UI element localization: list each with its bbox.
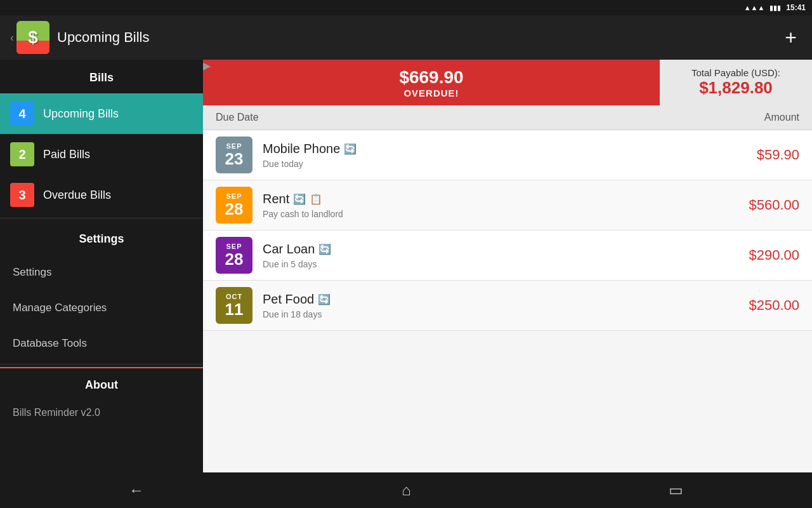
sidebar-badge-2: 3 (10, 183, 34, 207)
bill-month-2: SEP (226, 243, 242, 250)
due-date-col-header: Due Date (216, 112, 259, 123)
bill-icon: 📋 (310, 193, 322, 205)
bill-name-row-1: Rent 🔄📋 (263, 192, 749, 206)
bill-amount-2: $290.00 (749, 247, 799, 264)
bill-amount-0: $59.90 (757, 147, 799, 163)
status-time: 15:41 (786, 3, 806, 12)
recent-nav-button[interactable]: ▭ (653, 476, 698, 504)
overdue-amount: $669.90 (399, 67, 463, 88)
bill-name-row-3: Pet Food 🔄 (263, 292, 749, 307)
table-header: Due Date Amount (203, 105, 812, 130)
sidebar-settings-item-1[interactable]: Manage Categories (0, 290, 203, 326)
bill-amount-3: $250.00 (749, 297, 799, 314)
bill-icon: 🔄 (293, 193, 306, 205)
bill-date-badge-3: OCT 11 (216, 287, 252, 324)
bill-row-0[interactable]: SEP 23 Mobile Phone 🔄 Due today $59.90 (203, 130, 812, 180)
back-nav-button[interactable]: ← (114, 476, 159, 504)
bill-info-0: Mobile Phone 🔄 Due today (263, 142, 757, 169)
total-payable-section: Total Payable (USD): $1,829.80 (660, 60, 812, 105)
overdue-left: $669.90 OVERDUE! (203, 60, 660, 105)
bill-month-1: SEP (226, 192, 242, 200)
top-bar: ‹ $ Upcoming Bills + (0, 15, 812, 60)
bill-name-2: Car Loan (263, 242, 315, 257)
bill-date-badge-2: SEP 28 (216, 237, 252, 274)
app-version: Bills Reminder v2.0 (0, 399, 203, 426)
bill-day-1: 28 (225, 200, 244, 218)
sidebar-divider-2 (0, 364, 203, 364)
bill-sub-1: Pay cash to landlord (263, 209, 749, 219)
bottom-nav: ← ⌂ ▭ (0, 472, 812, 508)
sidebar-nav-item-0[interactable]: 4 Upcoming Bills (0, 93, 203, 134)
scroll-indicator: ▶ (203, 60, 211, 72)
app-icon: $ (16, 21, 49, 54)
total-payable-label: Total Payable (USD): (691, 67, 780, 78)
overdue-label: OVERDUE! (403, 88, 459, 98)
top-bar-title: Upcoming Bills (57, 29, 780, 46)
about-section-header: About (0, 367, 203, 399)
back-chevron-icon[interactable]: ‹ (10, 31, 14, 44)
sidebar-nav-item-2[interactable]: 3 Overdue Bills (0, 175, 203, 215)
bill-month-0: SEP (226, 142, 242, 150)
bill-month-3: OCT (226, 293, 242, 300)
sidebar-nav-items: 4 Upcoming Bills 2 Paid Bills 3 Overdue … (0, 93, 203, 215)
bill-row-2[interactable]: SEP 28 Car Loan 🔄 Due in 5 days $290.00 (203, 231, 812, 281)
bill-info-2: Car Loan 🔄 Due in 5 days (263, 242, 749, 269)
bill-day-3: 11 (225, 300, 244, 319)
battery-icon: ▮▮▮ (769, 4, 781, 12)
bill-icon: 🔄 (318, 243, 331, 255)
sidebar-settings-item-2[interactable]: Database Tools (0, 326, 203, 361)
overdue-banner: $669.90 OVERDUE! Total Payable (USD): $1… (203, 60, 812, 105)
status-bar: ▲▲▲ ▮▮▮ 15:41 (0, 0, 812, 15)
sidebar-item-label-0: Upcoming Bills (43, 107, 119, 121)
app-icon-dollar: $ (28, 27, 38, 48)
main-layout: Bills 4 Upcoming Bills 2 Paid Bills 3 Ov… (0, 60, 812, 472)
wifi-icon: ▲▲▲ (744, 4, 765, 11)
bill-sub-2: Due in 5 days (263, 259, 749, 269)
bill-day-0: 23 (225, 150, 244, 168)
settings-section-header: Settings (0, 221, 203, 255)
total-payable-amount: $1,829.80 (699, 78, 773, 98)
bill-name-0: Mobile Phone (263, 142, 340, 156)
sidebar-divider-1 (0, 218, 203, 218)
main-content: $669.90 OVERDUE! Total Payable (USD): $1… (203, 60, 812, 472)
bill-name-3: Pet Food (263, 292, 314, 307)
sidebar-badge-1: 2 (10, 142, 34, 166)
bill-sub-0: Due today (263, 159, 757, 169)
bills-section-header: Bills (0, 60, 203, 93)
sidebar-nav-item-1[interactable]: 2 Paid Bills (0, 134, 203, 175)
sidebar-settings-item-0[interactable]: Settings (0, 255, 203, 290)
bills-list: SEP 23 Mobile Phone 🔄 Due today $59.90 S… (203, 130, 812, 472)
add-button[interactable]: + (780, 23, 802, 52)
bill-name-row-2: Car Loan 🔄 (263, 242, 749, 257)
bill-amount-1: $560.00 (749, 197, 799, 213)
bill-name-1: Rent (263, 192, 289, 206)
amount-col-header: Amount (764, 112, 799, 123)
bill-name-row-0: Mobile Phone 🔄 (263, 142, 757, 156)
bill-date-badge-0: SEP 23 (216, 137, 252, 173)
sidebar-item-label-1: Paid Bills (43, 148, 90, 161)
bill-icon: 🔄 (344, 143, 357, 155)
bill-icon: 🔄 (318, 293, 331, 305)
sidebar-badge-0: 4 (10, 102, 34, 126)
bill-info-3: Pet Food 🔄 Due in 18 days (263, 292, 749, 319)
bill-day-2: 28 (225, 250, 244, 269)
bill-row-3[interactable]: OCT 11 Pet Food 🔄 Due in 18 days $250.00 (203, 281, 812, 331)
sidebar: Bills 4 Upcoming Bills 2 Paid Bills 3 Ov… (0, 60, 203, 472)
sidebar-settings-items: SettingsManage CategoriesDatabase Tools (0, 255, 203, 361)
bill-info-1: Rent 🔄📋 Pay cash to landlord (263, 192, 749, 219)
bill-row-1[interactable]: SEP 28 Rent 🔄📋 Pay cash to landlord $560… (203, 180, 812, 231)
bill-date-badge-1: SEP 28 (216, 187, 252, 224)
sidebar-item-label-2: Overdue Bills (43, 189, 111, 202)
bill-sub-3: Due in 18 days (263, 309, 749, 319)
home-nav-button[interactable]: ⌂ (386, 476, 426, 504)
